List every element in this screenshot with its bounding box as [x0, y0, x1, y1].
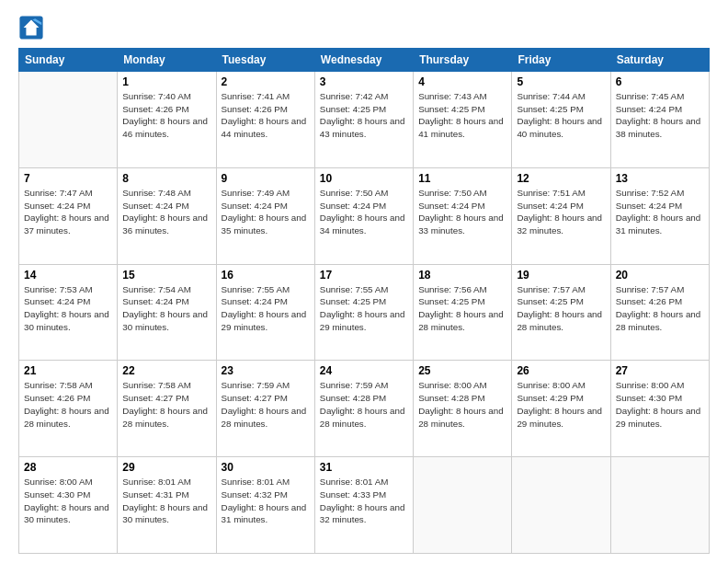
calendar-cell: 9Sunrise: 7:49 AMSunset: 4:24 PMDaylight…	[216, 167, 314, 264]
day-info: Sunrise: 7:55 AMSunset: 4:24 PMDaylight:…	[222, 283, 310, 334]
day-info: Sunrise: 7:51 AMSunset: 4:24 PMDaylight:…	[517, 187, 605, 237]
day-number: 3	[320, 75, 408, 88]
day-number: 2	[222, 75, 310, 88]
weekday-header-saturday: Saturday	[610, 49, 709, 72]
day-info: Sunrise: 7:40 AMSunset: 4:26 PMDaylight:…	[122, 90, 210, 141]
logo	[18, 15, 46, 40]
calendar-cell: 11Sunrise: 7:50 AMSunset: 4:24 PMDayligh…	[414, 167, 512, 264]
calendar-cell: 30Sunrise: 8:01 AMSunset: 4:32 PMDayligh…	[216, 457, 314, 554]
day-info: Sunrise: 7:57 AMSunset: 4:25 PMDaylight:…	[517, 283, 605, 334]
calendar-cell: 20Sunrise: 7:57 AMSunset: 4:26 PMDayligh…	[610, 264, 709, 361]
calendar-cell: 22Sunrise: 7:58 AMSunset: 4:27 PMDayligh…	[118, 361, 216, 457]
day-number: 21	[24, 364, 112, 377]
day-number: 26	[517, 364, 605, 377]
calendar-cell: 2Sunrise: 7:41 AMSunset: 4:26 PMDaylight…	[216, 72, 314, 168]
calendar-cell: 16Sunrise: 7:55 AMSunset: 4:24 PMDayligh…	[216, 264, 314, 361]
calendar-cell	[512, 457, 610, 554]
day-info: Sunrise: 7:50 AMSunset: 4:24 PMDaylight:…	[320, 187, 408, 237]
calendar-cell	[414, 457, 512, 554]
calendar-cell: 10Sunrise: 7:50 AMSunset: 4:24 PMDayligh…	[314, 167, 413, 264]
calendar-cell: 23Sunrise: 7:59 AMSunset: 4:27 PMDayligh…	[216, 361, 314, 457]
calendar-cell: 3Sunrise: 7:42 AMSunset: 4:25 PMDaylight…	[314, 72, 413, 168]
day-info: Sunrise: 7:58 AMSunset: 4:26 PMDaylight:…	[24, 379, 112, 430]
day-number: 6	[616, 75, 704, 88]
day-number: 31	[320, 461, 408, 474]
weekday-header-sunday: Sunday	[19, 49, 118, 72]
calendar-page: SundayMondayTuesdayWednesdayThursdayFrid…	[0, 0, 728, 563]
calendar-cell: 17Sunrise: 7:55 AMSunset: 4:25 PMDayligh…	[314, 264, 413, 361]
day-number: 25	[418, 364, 506, 377]
week-row-3: 14Sunrise: 7:53 AMSunset: 4:24 PMDayligh…	[19, 264, 710, 361]
day-number: 10	[320, 172, 408, 185]
day-info: Sunrise: 7:58 AMSunset: 4:27 PMDaylight:…	[122, 379, 210, 430]
calendar-cell: 1Sunrise: 7:40 AMSunset: 4:26 PMDaylight…	[118, 72, 216, 168]
calendar-cell: 26Sunrise: 8:00 AMSunset: 4:29 PMDayligh…	[512, 361, 610, 457]
day-info: Sunrise: 7:59 AMSunset: 4:28 PMDaylight:…	[320, 379, 408, 430]
calendar-cell: 14Sunrise: 7:53 AMSunset: 4:24 PMDayligh…	[19, 264, 118, 361]
calendar-cell: 18Sunrise: 7:56 AMSunset: 4:25 PMDayligh…	[414, 264, 512, 361]
calendar-cell: 12Sunrise: 7:51 AMSunset: 4:24 PMDayligh…	[512, 167, 610, 264]
weekday-header-thursday: Thursday	[414, 49, 512, 72]
calendar-cell: 19Sunrise: 7:57 AMSunset: 4:25 PMDayligh…	[512, 264, 610, 361]
day-info: Sunrise: 8:00 AMSunset: 4:30 PMDaylight:…	[24, 476, 112, 526]
calendar-cell: 15Sunrise: 7:54 AMSunset: 4:24 PMDayligh…	[118, 264, 216, 361]
header	[18, 15, 710, 40]
calendar-cell: 24Sunrise: 7:59 AMSunset: 4:28 PMDayligh…	[314, 361, 413, 457]
calendar-cell	[19, 72, 118, 168]
calendar-cell: 29Sunrise: 8:01 AMSunset: 4:31 PMDayligh…	[118, 457, 216, 554]
day-info: Sunrise: 7:47 AMSunset: 4:24 PMDaylight:…	[24, 187, 112, 237]
calendar-cell: 6Sunrise: 7:45 AMSunset: 4:24 PMDaylight…	[610, 72, 709, 168]
calendar-cell: 21Sunrise: 7:58 AMSunset: 4:26 PMDayligh…	[19, 361, 118, 457]
day-info: Sunrise: 7:41 AMSunset: 4:26 PMDaylight:…	[222, 90, 310, 141]
calendar-table: SundayMondayTuesdayWednesdayThursdayFrid…	[18, 48, 710, 554]
day-number: 13	[616, 172, 704, 185]
calendar-cell: 25Sunrise: 8:00 AMSunset: 4:28 PMDayligh…	[414, 361, 512, 457]
day-number: 23	[222, 364, 310, 377]
weekday-header-wednesday: Wednesday	[314, 49, 413, 72]
day-number: 1	[122, 75, 210, 88]
day-number: 20	[616, 269, 704, 282]
calendar-cell: 28Sunrise: 8:00 AMSunset: 4:30 PMDayligh…	[19, 457, 118, 554]
day-number: 24	[320, 364, 408, 377]
calendar-cell: 4Sunrise: 7:43 AMSunset: 4:25 PMDaylight…	[414, 72, 512, 168]
day-info: Sunrise: 8:00 AMSunset: 4:30 PMDaylight:…	[616, 379, 704, 430]
calendar-cell: 7Sunrise: 7:47 AMSunset: 4:24 PMDaylight…	[19, 167, 118, 264]
day-number: 12	[517, 172, 605, 185]
day-number: 27	[616, 364, 704, 377]
day-info: Sunrise: 7:52 AMSunset: 4:24 PMDaylight:…	[616, 187, 704, 237]
day-info: Sunrise: 7:49 AMSunset: 4:24 PMDaylight:…	[222, 187, 310, 237]
day-number: 17	[320, 269, 408, 282]
week-row-2: 7Sunrise: 7:47 AMSunset: 4:24 PMDaylight…	[19, 167, 710, 264]
calendar-cell: 31Sunrise: 8:01 AMSunset: 4:33 PMDayligh…	[314, 457, 413, 554]
day-number: 9	[222, 172, 310, 185]
day-info: Sunrise: 7:56 AMSunset: 4:25 PMDaylight:…	[418, 283, 506, 334]
day-info: Sunrise: 7:48 AMSunset: 4:24 PMDaylight:…	[122, 187, 210, 237]
day-number: 22	[122, 364, 210, 377]
weekday-header-tuesday: Tuesday	[216, 49, 314, 72]
week-row-1: 1Sunrise: 7:40 AMSunset: 4:26 PMDaylight…	[19, 72, 710, 168]
weekday-header-row: SundayMondayTuesdayWednesdayThursdayFrid…	[19, 49, 710, 72]
day-number: 14	[24, 269, 112, 282]
day-info: Sunrise: 8:00 AMSunset: 4:28 PMDaylight:…	[418, 379, 506, 430]
day-info: Sunrise: 7:59 AMSunset: 4:27 PMDaylight:…	[222, 379, 310, 430]
weekday-header-friday: Friday	[512, 49, 610, 72]
day-info: Sunrise: 7:42 AMSunset: 4:25 PMDaylight:…	[320, 90, 408, 141]
day-info: Sunrise: 8:01 AMSunset: 4:32 PMDaylight:…	[222, 476, 310, 526]
week-row-5: 28Sunrise: 8:00 AMSunset: 4:30 PMDayligh…	[19, 457, 710, 554]
day-info: Sunrise: 7:53 AMSunset: 4:24 PMDaylight:…	[24, 283, 112, 334]
day-info: Sunrise: 7:57 AMSunset: 4:26 PMDaylight:…	[616, 283, 704, 334]
day-number: 8	[122, 172, 210, 185]
day-info: Sunrise: 7:44 AMSunset: 4:25 PMDaylight:…	[517, 90, 605, 141]
week-row-4: 21Sunrise: 7:58 AMSunset: 4:26 PMDayligh…	[19, 361, 710, 457]
weekday-header-monday: Monday	[118, 49, 216, 72]
calendar-cell: 5Sunrise: 7:44 AMSunset: 4:25 PMDaylight…	[512, 72, 610, 168]
day-number: 19	[517, 269, 605, 282]
day-info: Sunrise: 7:43 AMSunset: 4:25 PMDaylight:…	[418, 90, 506, 141]
calendar-cell: 27Sunrise: 8:00 AMSunset: 4:30 PMDayligh…	[610, 361, 709, 457]
day-number: 7	[24, 172, 112, 185]
day-number: 4	[418, 75, 506, 88]
day-number: 5	[517, 75, 605, 88]
day-info: Sunrise: 8:00 AMSunset: 4:29 PMDaylight:…	[517, 379, 605, 430]
day-number: 18	[418, 269, 506, 282]
day-number: 29	[122, 461, 210, 474]
